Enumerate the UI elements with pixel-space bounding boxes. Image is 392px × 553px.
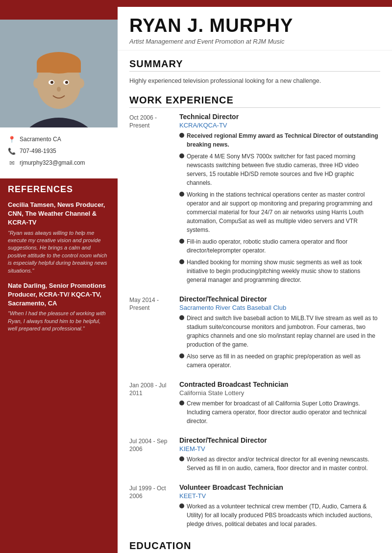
summary-section-title: SUMMARY xyxy=(129,58,380,72)
phone-icon: 📞 xyxy=(8,147,16,155)
reference-name-1: Cecilia Tamsen, News Producer, CNN, The … xyxy=(8,201,110,227)
work-bullet-1-1: Received regional Emmy award as Technica… xyxy=(179,131,380,149)
bullet-text-4-1: Worked as director and/or technical dire… xyxy=(187,455,380,473)
reference-quote-1: "Ryan was always willing to help me exec… xyxy=(8,229,110,275)
bullet-text-1-5: Handled booking for morning show music s… xyxy=(187,258,380,284)
bullet-dot xyxy=(179,192,184,197)
references-section: REFERENCES Cecilia Tamsen, News Producer… xyxy=(0,178,118,553)
location-icon: 📍 xyxy=(8,135,16,143)
bullet-text-2-1: Direct and switch live baseball action t… xyxy=(187,314,380,349)
bullet-dot xyxy=(179,456,184,461)
bullet-dot xyxy=(179,315,184,320)
bullet-dot xyxy=(179,153,184,158)
main-header: RYAN J. MURPHY Artist Management and Eve… xyxy=(118,7,392,50)
phone-text: 707-498-1935 xyxy=(20,148,56,154)
work-title-2: Director/Technical Director xyxy=(179,295,380,303)
candidate-subtitle: Artist Management and Event Promotion at… xyxy=(129,38,380,45)
svg-point-10 xyxy=(57,87,61,92)
location-text: Sacramento CA xyxy=(20,136,61,143)
work-date-3: Jan 2008 - Jul 2011 xyxy=(129,380,173,428)
work-company-3: California State Lottery xyxy=(179,389,380,397)
sidebar: 📍 Sacramento CA 📞 707-498-1935 ✉ rjmurph… xyxy=(0,0,118,553)
svg-point-9 xyxy=(65,81,68,84)
bullet-text-1-4: Fill-in audio operator, robotic studio c… xyxy=(187,237,380,255)
work-entry-4: Jul 2004 - Sep 2006 Director/Technical D… xyxy=(129,436,380,476)
main-top-bar xyxy=(118,0,392,7)
work-date-1: Oct 2006 - Present xyxy=(129,113,173,287)
svg-point-11 xyxy=(33,78,40,88)
bullet-dot xyxy=(179,503,184,508)
bullet-text-1-1: Received regional Emmy award as Technica… xyxy=(187,131,380,149)
work-date-4: Jul 2004 - Sep 2006 xyxy=(129,436,173,476)
reference-item-2: Nate Darling, Senior Promotions Producer… xyxy=(8,281,110,333)
resume-body: SUMMARY Highly experienced television pr… xyxy=(118,50,392,553)
work-details-2: Director/Technical Director Sacramento R… xyxy=(179,295,380,373)
bullet-text-3-1: Crew member for broadcast of all Califor… xyxy=(187,399,380,426)
main-content-area: RYAN J. MURPHY Artist Management and Eve… xyxy=(118,0,392,553)
reference-quote-2: "When I had the pleasure of working with… xyxy=(8,310,110,332)
work-bullet-4-1: Worked as director and/or technical dire… xyxy=(179,455,380,473)
profile-photo xyxy=(0,20,118,127)
work-company-5: KEET-TV xyxy=(179,492,380,500)
work-title-1: Technical Director xyxy=(179,113,380,121)
education-section-title: EDUCATION xyxy=(129,540,380,553)
sidebar-top-bar xyxy=(0,0,118,20)
summary-text: Highly experienced television profession… xyxy=(129,76,380,86)
email-icon: ✉ xyxy=(8,159,16,167)
reference-name-2: Nate Darling, Senior Promotions Producer… xyxy=(8,281,110,308)
bullet-dot xyxy=(179,353,184,358)
work-details-4: Director/Technical Director KIEM-TV Work… xyxy=(179,436,380,476)
bullet-text-2-2: Also serve as fill in as needed on graph… xyxy=(187,352,380,370)
work-entry-3: Jan 2008 - Jul 2011 Contracted Broadcast… xyxy=(129,380,380,428)
sidebar-contact: 📍 Sacramento CA 📞 707-498-1935 ✉ rjmurph… xyxy=(0,127,118,175)
work-bullet-1-3: Working in the stations technical operat… xyxy=(179,190,380,234)
work-details-5: Volunteer Broadcast Technician KEET-TV W… xyxy=(179,483,380,531)
work-bullet-3-1: Crew member for broadcast of all Califor… xyxy=(179,399,380,426)
work-entry-5: Jul 1999 - Oct 2006 Volunteer Broadcast … xyxy=(129,483,380,531)
work-bullet-2-2: Also serve as fill in as needed on graph… xyxy=(179,352,380,370)
work-bullet-1-4: Fill-in audio operator, robotic studio c… xyxy=(179,237,380,255)
work-section-title: WORK EXPERIENCE xyxy=(129,95,380,108)
email-text: rjmurphy323@gmail.com xyxy=(20,159,85,166)
work-date-5: Jul 1999 - Oct 2006 xyxy=(129,483,173,531)
reference-item-1: Cecilia Tamsen, News Producer, CNN, The … xyxy=(8,201,110,275)
bullet-dot xyxy=(179,239,184,244)
work-bullet-5-1: Worked as a volunteer technical crew mem… xyxy=(179,502,380,528)
work-title-3: Contracted Broadcast Technician xyxy=(179,380,380,388)
location-item: 📍 Sacramento CA xyxy=(8,135,110,143)
references-title: REFERENCES xyxy=(8,184,110,195)
work-entry-1: Oct 2006 - Present Technical Director KC… xyxy=(129,113,380,287)
work-company-2: Sacramento River Cats Baseball Club xyxy=(179,304,380,311)
bullet-dot xyxy=(179,133,184,138)
bullet-text-1-2: Operate 4 M/E Sony MVS 7000x switcher fo… xyxy=(187,152,380,187)
work-details-3: Contracted Broadcast Technician Californ… xyxy=(179,380,380,428)
work-bullet-1-5: Handled booking for morning show music s… xyxy=(179,258,380,284)
bullet-text-5-1: Worked as a volunteer technical crew mem… xyxy=(187,502,380,528)
work-title-4: Director/Technical Director xyxy=(179,436,380,444)
work-company-1: KCRA/KQCA-TV xyxy=(179,122,380,129)
phone-item: 📞 707-498-1935 xyxy=(8,147,110,155)
work-bullet-1-2: Operate 4 M/E Sony MVS 7000x switcher fo… xyxy=(179,152,380,187)
candidate-name: RYAN J. MURPHY xyxy=(129,16,380,36)
work-date-2: May 2014 - Present xyxy=(129,295,173,373)
svg-point-12 xyxy=(77,78,84,88)
svg-rect-5 xyxy=(37,63,81,73)
svg-point-8 xyxy=(50,81,53,84)
bullet-text-1-3: Working in the stations technical operat… xyxy=(187,190,380,234)
work-details-1: Technical Director KCRA/KQCA-TV Received… xyxy=(179,113,380,287)
bullet-dot xyxy=(179,401,184,405)
work-entry-2: May 2014 - Present Director/Technical Di… xyxy=(129,295,380,373)
work-company-4: KIEM-TV xyxy=(179,445,380,452)
email-item: ✉ rjmurphy323@gmail.com xyxy=(8,159,110,167)
work-bullet-2-1: Direct and switch live baseball action t… xyxy=(179,314,380,349)
work-title-5: Volunteer Broadcast Technician xyxy=(179,483,380,491)
bullet-dot xyxy=(179,259,184,264)
